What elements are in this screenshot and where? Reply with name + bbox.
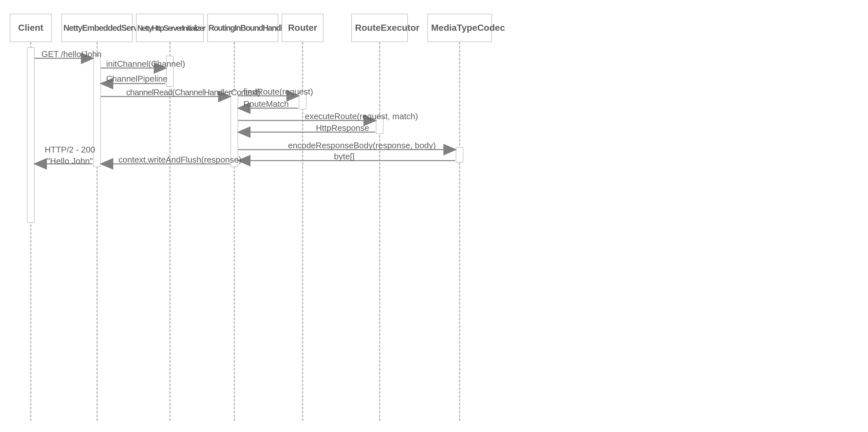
msg-route-match: RouteMatch <box>243 99 289 109</box>
participant-label: RoutingInBoundHandler <box>209 23 288 32</box>
msg-init-channel: initChannel(Channel) <box>106 59 185 69</box>
participant-router: Router <box>282 13 323 42</box>
participant-routing-inbound-handler: RoutingInBoundHandler <box>207 13 278 42</box>
participant-label: NettyEmbeddedServer <box>63 23 144 33</box>
msg-encode-response-body: encodeResponseBody(response, body) <box>288 141 436 151</box>
participant-client: Client <box>10 13 52 42</box>
participant-netty-http-server-initializer: NettyHttpServerInitializer <box>136 13 204 42</box>
participant-label: RouteExecutor <box>355 23 420 33</box>
msg-channel-pipeline: ChannelPipeline <box>106 74 167 84</box>
participant-route-executor: RouteExecutor <box>351 13 408 42</box>
msg-http2-response: HTTP/2 - 200 "Hello John" <box>45 144 95 167</box>
lifeline-media-type-codec <box>459 42 460 421</box>
participant-label: Client <box>18 23 43 33</box>
activation-media-type-codec <box>456 147 463 163</box>
msg-get-hello: GET /hello/John <box>41 49 102 59</box>
activation-client <box>27 47 35 223</box>
msg-http-response: HttpResponse <box>316 123 369 133</box>
msg-byte-array: byte[] <box>334 151 355 162</box>
participant-media-type-codec: MediaTypeCodec <box>427 13 492 42</box>
participant-label: MediaTypeCodec <box>431 23 505 33</box>
participant-label: Router <box>288 23 317 33</box>
lifeline-route-executor <box>379 42 380 421</box>
msg-http2-line2: "Hello John" <box>47 156 93 166</box>
msg-execute-route: executeRoute(request, match) <box>305 111 418 121</box>
msg-find-route: findRoute(request) <box>243 87 313 97</box>
msg-http2-line1: HTTP/2 - 200 <box>45 145 95 154</box>
msg-write-and-flush: context.writeAndFlush(response) <box>119 155 242 165</box>
lifeline-netty-http-server-initializer <box>169 42 170 421</box>
participant-label: NettyHttpServerInitializer <box>137 24 205 32</box>
msg-channel-read: channelRead(ChannelHandlerContext) <box>126 87 260 97</box>
participant-netty-embedded-server: NettyEmbeddedServer <box>61 13 133 42</box>
